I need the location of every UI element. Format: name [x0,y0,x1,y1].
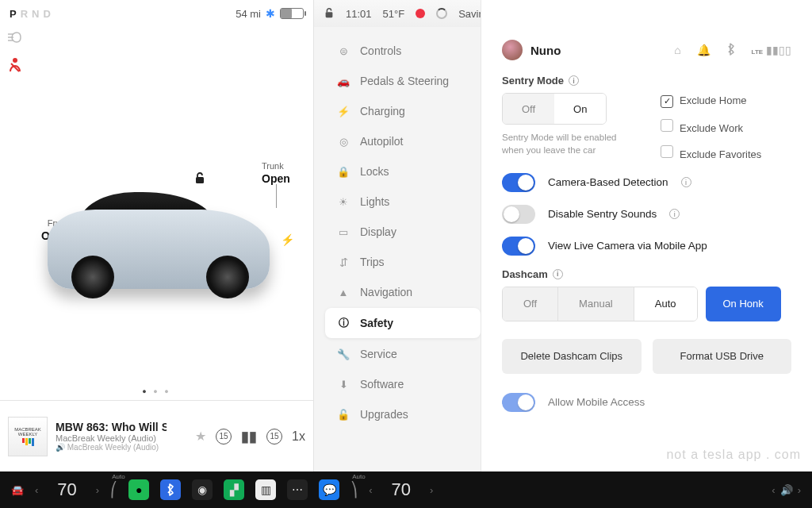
nav-label: Charging [360,105,405,117]
temp-down-left[interactable]: ‹ [35,484,38,496]
nav-item-autopilot[interactable]: ◎Autopilot [325,127,481,156]
format-usb-button[interactable]: Format USB Drive [653,339,792,374]
nav-item-safety[interactable]: ⓘSafety [325,308,481,338]
nav-label: Locks [360,165,389,178]
info-icon[interactable]: i [553,269,563,279]
messages-app-icon[interactable]: 💬 [319,479,339,500]
pause-button[interactable]: ▮▮ [241,428,257,445]
mobile-access-toggle[interactable] [502,393,535,412]
nav-icon: 🔧 [336,348,350,360]
nav-label: Upgrades [360,408,408,421]
temp-up-right[interactable]: › [430,484,433,496]
bluetooth-icon[interactable] [726,43,736,58]
nav-icon: ◎ [336,136,350,148]
passenger-temp[interactable]: 70 [384,479,419,500]
homelink-icon[interactable]: ⌂ [674,44,680,56]
delete-clips-button[interactable]: Delete Dashcam Clips [502,339,642,374]
avatar[interactable] [502,40,523,60]
spotify-app-icon[interactable]: ● [128,479,149,500]
nav-label: Display [360,225,396,238]
notes-app-icon[interactable]: ▥ [255,479,276,500]
more-apps-icon[interactable]: ⋯ [287,479,308,500]
nav-icon: ⚡ [336,106,350,117]
skip-back-button[interactable]: 15 [216,429,232,444]
watermark: not a tesla app . com [666,448,801,462]
sentry-off-option[interactable]: Off [503,94,554,124]
dashcam-off-option[interactable]: Off [503,287,558,321]
bottom-dock: 🚘 ‹ 70 › Auto⎛ ● ◉ ▞ ▥ ⋯ 💬 Auto⎞ ‹ 70 › … [0,471,812,508]
dashcam-manual-option[interactable]: Manual [558,287,634,321]
page-indicator[interactable]: ● ● ● [0,387,313,395]
nav-item-service[interactable]: 🔧Service [325,340,481,368]
nav-icon: 🔓 [336,409,350,421]
disable-sounds-toggle[interactable] [502,205,535,224]
dashcam-auto-option[interactable]: Auto [634,287,697,321]
notifications-icon[interactable]: 🔔 [697,44,710,56]
media-source: 🔊 MacBreak Weekly (Audio) [56,443,167,452]
energy-app-icon[interactable]: ▞ [224,479,244,500]
nav-label: Software [360,378,404,391]
media-title: MBW 863: Who Will S [56,421,167,433]
nav-icon: 🚗 [336,75,350,87]
favorite-icon[interactable]: ★ [195,429,206,444]
nav-label: Trips [360,256,385,268]
nav-item-pedals-steering[interactable]: 🚗Pedals & Steering [325,67,481,95]
nav-icon: ▲ [336,287,350,298]
nav-item-navigation[interactable]: ▲Navigation [325,278,481,306]
volume-up[interactable]: › [798,484,801,496]
settings-sidebar: ⊜Controls🚗Pedals & Steering⚡Charging◎Aut… [314,0,481,471]
media-subtitle: MacBreak Weekly (Audio) [56,433,167,443]
profile-name[interactable]: Nuno [530,44,561,57]
playback-speed[interactable]: 1x [292,429,305,444]
nav-item-lights[interactable]: ☀Lights [325,187,481,216]
nav-icon: ⓘ [336,316,350,330]
passenger-seat-heat[interactable]: Auto⎞ [350,481,358,498]
info-icon[interactable]: i [569,75,579,86]
sentry-on-option[interactable]: On [554,94,606,124]
svg-rect-6 [326,12,333,17]
lock-icon[interactable] [324,7,335,21]
exclude-favorites-checkbox[interactable]: Exclude Favorites [661,145,761,160]
driver-temp[interactable]: 70 [49,479,84,500]
nav-item-controls[interactable]: ⊜Controls [325,37,481,65]
disable-sounds-label: Disable Sentry Sounds [548,208,657,220]
camera-detection-toggle[interactable] [502,173,535,192]
nav-icon: ☀ [336,196,350,208]
loading-spinner-icon [436,8,447,19]
bluetooth-app-icon[interactable] [160,479,181,500]
nav-item-locks[interactable]: 🔒Locks [325,157,481,186]
live-camera-toggle[interactable] [502,237,535,256]
volume-down[interactable]: ‹ [772,484,775,496]
exclude-work-checkbox[interactable]: Exclude Work [661,119,761,134]
skip-forward-button[interactable]: 15 [266,429,282,444]
battery-icon [280,8,304,19]
nav-item-upgrades[interactable]: 🔓Upgrades [325,400,481,429]
dashcam-onhonk-button[interactable]: On Honk [706,287,781,321]
nav-label: Navigation [360,286,412,298]
car-controls-icon[interactable]: 🚘 [11,484,24,496]
volume-icon[interactable]: 🔊 [780,484,793,496]
info-icon[interactable]: i [681,177,691,187]
nav-icon: ⇵ [336,256,350,268]
outside-temp: 51°F [383,8,405,20]
media-player[interactable]: MACBREAK WEEKLY MBW 863: Who Will S MacB… [0,400,313,471]
sentry-hint: Sentry Mode will be enabled when you lea… [502,131,637,156]
driver-seat-heat[interactable]: Auto⎛ [110,481,117,498]
dashcam-mode-segment[interactable]: Off Manual Auto [502,287,698,321]
nav-item-software[interactable]: ⬇Software [325,370,481,398]
nav-item-display[interactable]: ▭Display [325,217,481,246]
nav-icon: ▭ [336,226,350,238]
nav-item-trips[interactable]: ⇵Trips [325,248,481,276]
temp-down-right[interactable]: ‹ [369,484,372,496]
exclude-home-checkbox[interactable]: ✓Exclude Home [661,94,761,108]
info-icon[interactable]: i [669,209,680,219]
nav-icon: 🔒 [336,166,350,178]
sentry-toggle[interactable]: Off On [502,93,607,125]
mobile-access-label: Allow Mobile Access [548,396,645,408]
camera-detection-label: Camera-Based Detection [548,176,668,188]
nav-item-charging[interactable]: ⚡Charging [325,97,481,125]
sentry-mode-label: Sentry Mode [502,75,564,87]
nav-label: Lights [360,195,389,208]
temp-up-left[interactable]: › [96,484,99,496]
dashcam-app-icon[interactable]: ◉ [192,479,213,500]
